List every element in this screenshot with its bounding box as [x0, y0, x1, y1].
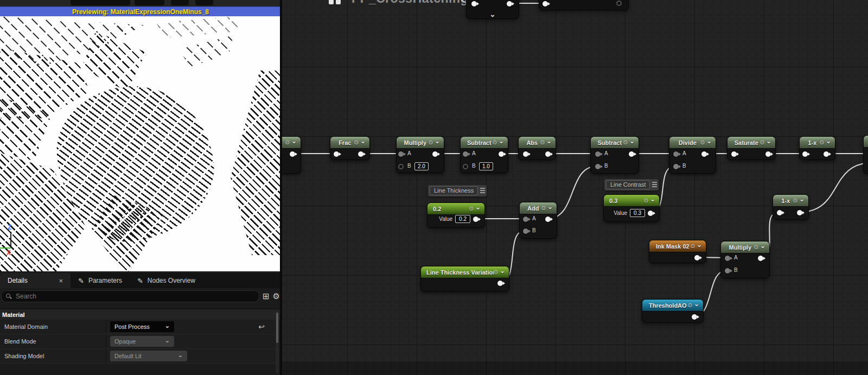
section-header-material[interactable]: Material	[0, 309, 281, 320]
output-pin[interactable]	[648, 211, 653, 216]
value-box[interactable]: 0.3	[630, 209, 645, 217]
gear-icon[interactable]: ⚙	[273, 292, 280, 301]
node-preview-icon[interactable]: ⊙	[429, 140, 433, 145]
output-pin[interactable]	[765, 151, 771, 157]
input-pin[interactable]	[777, 210, 782, 215]
output-pin[interactable]	[797, 210, 802, 215]
node-preview-icon[interactable]: ⊙	[760, 140, 764, 145]
output-pin[interactable]	[758, 256, 763, 261]
chevron-down-icon[interactable]: ⌄	[475, 205, 481, 210]
chevron-down-icon[interactable]: ⌄	[435, 138, 440, 144]
chevron-down-icon[interactable]: ⌄	[706, 138, 712, 144]
input-pin[interactable]	[463, 164, 468, 169]
node-header[interactable]: ⊙⌄	[281, 137, 301, 149]
node-subtract2[interactable]: Subtract⊙⌄AB	[590, 136, 639, 174]
node-preview-icon[interactable]: ⊙	[754, 245, 758, 250]
chevron-down-icon[interactable]: ⌄	[799, 196, 805, 202]
output-pin[interactable]	[824, 151, 829, 157]
node-top-a[interactable]: ⌄	[466, 0, 519, 19]
input-pin[interactable]	[802, 151, 808, 157]
material-domain-dropdown[interactable]: Post Process ⌄	[110, 321, 174, 332]
node-ink-mask-02[interactable]: Ink Mask 02⊙⌄	[649, 240, 706, 263]
grid-view-icon[interactable]: ⊞	[263, 292, 270, 301]
viewport-toolbar-button[interactable]	[71, 0, 130, 5]
node-preview-icon[interactable]: ⊙	[644, 198, 648, 204]
input-pin[interactable]	[673, 164, 679, 169]
shading-model-dropdown[interactable]: Default Lit ⌄	[110, 351, 187, 361]
chevron-down-icon[interactable]: ⌄	[291, 138, 297, 144]
node-multiply1[interactable]: Multiply⊙⌄AB2.0	[396, 136, 444, 173]
output-pin[interactable]	[545, 217, 551, 222]
node-oneminus2[interactable]: 1-x⊙⌄	[773, 194, 809, 220]
graph-canvas[interactable]: PP_CrossHatching› ⊙⌄Frac⊙⌄Multiply⊙⌄AB2.…	[281, 0, 868, 375]
output-pin[interactable]	[497, 281, 503, 286]
node-param-line-contrast[interactable]: 0.3⊙⌄Value0.3	[603, 194, 660, 222]
input-pin[interactable]	[398, 151, 404, 157]
input-pin[interactable]	[542, 1, 548, 7]
node-frac[interactable]: Frac⊙⌄	[330, 136, 370, 160]
node-preview-icon[interactable]: ⊙	[793, 198, 797, 204]
node-header[interactable]: ⊙⌄	[864, 136, 868, 148]
node-subtract1[interactable]: Subtract⊙⌄AB1.0	[460, 136, 508, 173]
node-preview-icon[interactable]: ⊙	[494, 270, 498, 275]
close-icon[interactable]: ×	[59, 277, 63, 285]
output-pin[interactable]	[432, 151, 438, 157]
chevron-down-icon[interactable]: ⌄	[629, 138, 635, 144]
output-pin[interactable]	[545, 151, 551, 157]
input-pin[interactable]	[595, 164, 601, 169]
node-header[interactable]: Multiply⊙⌄	[397, 137, 444, 149]
node-preview-icon[interactable]: ⊙	[700, 140, 705, 145]
pin-value-box[interactable]: 2.0	[414, 162, 429, 170]
node-param-line-thickness[interactable]: 0.2⊙⌄Value0.2	[427, 202, 485, 228]
node-thresholdao[interactable]: ThresholdAO⊙⌄	[642, 299, 704, 323]
node-preview-icon[interactable]: ⊙	[469, 206, 474, 212]
search-box[interactable]	[1, 290, 259, 302]
output-pin[interactable]	[694, 255, 700, 260]
output-pin[interactable]	[616, 1, 622, 6]
node-header[interactable]: ThresholdAO⊙⌄	[642, 300, 703, 312]
output-pin[interactable]	[499, 151, 504, 157]
node-header[interactable]: 1-x⊙⌄	[800, 137, 835, 149]
input-pin[interactable]	[731, 151, 737, 157]
value-box[interactable]: 0.2	[455, 215, 470, 223]
output-pin[interactable]	[701, 151, 707, 157]
node-line-thickness-variation[interactable]: Line Thickness Variation⊙⌄	[420, 266, 509, 291]
node-header[interactable]: Multiply⊙⌄	[721, 241, 769, 253]
chevron-down-icon[interactable]: ⌄	[694, 301, 699, 307]
node-header[interactable]: Saturate⊙⌄	[727, 137, 775, 149]
node-header[interactable]: Frac⊙⌄	[330, 137, 369, 149]
node-header[interactable]: Line Thickness Variation⊙⌄	[421, 266, 509, 278]
node-preview-icon[interactable]: ⊙	[493, 140, 497, 145]
pin-value-box[interactable]: 1.0	[479, 162, 493, 170]
node-header[interactable]: Subtract⊙⌄	[461, 137, 508, 149]
output-pin[interactable]	[692, 314, 697, 320]
node-preview-icon[interactable]: ⊙	[285, 140, 290, 145]
node-preview-icon[interactable]: ⊙	[541, 206, 546, 211]
node-header[interactable]: Abs⊙⌄	[519, 137, 556, 149]
node-header[interactable]: 1-x⊙⌄	[773, 195, 808, 207]
tab-parameters[interactable]: ✎ Parameters	[71, 273, 130, 288]
input-pin[interactable]	[471, 1, 477, 7]
chevron-down-icon[interactable]: ⌄	[360, 138, 366, 144]
node-right-cut[interactable]: ⊙⌄	[863, 135, 868, 174]
input-pin[interactable]	[334, 151, 339, 157]
node-preview-icon[interactable]: ⊙	[623, 140, 628, 145]
chevron-down-icon[interactable]: ⌄	[547, 204, 553, 209]
node-preview-icon[interactable]: ⊙	[354, 140, 359, 145]
chevron-down-icon[interactable]: ⌄	[500, 268, 505, 274]
node-header[interactable]: 0.2⊙⌄	[427, 203, 484, 215]
node-preview-icon[interactable]: ⊙	[691, 244, 695, 249]
chevron-down-icon[interactable]: ⌄	[697, 242, 702, 247]
input-pin[interactable]	[523, 228, 528, 234]
chevron-down-icon[interactable]: ⌄	[766, 138, 771, 144]
node-add[interactable]: Add⊙⌄AB	[519, 202, 557, 239]
search-input[interactable]	[15, 292, 254, 301]
chevron-down-icon[interactable]: ⌄	[760, 243, 765, 249]
comment-pin-icon[interactable]	[480, 188, 485, 194]
viewport-toolbar-button[interactable]	[135, 0, 164, 5]
output-pin[interactable]	[290, 151, 295, 157]
parameter-comment-label[interactable]: Line Contrast	[604, 179, 659, 190]
node-header[interactable]: 0.3⊙⌄	[604, 195, 659, 207]
chevron-down-icon[interactable]: ⌄	[499, 138, 504, 144]
input-pin[interactable]	[725, 256, 730, 261]
